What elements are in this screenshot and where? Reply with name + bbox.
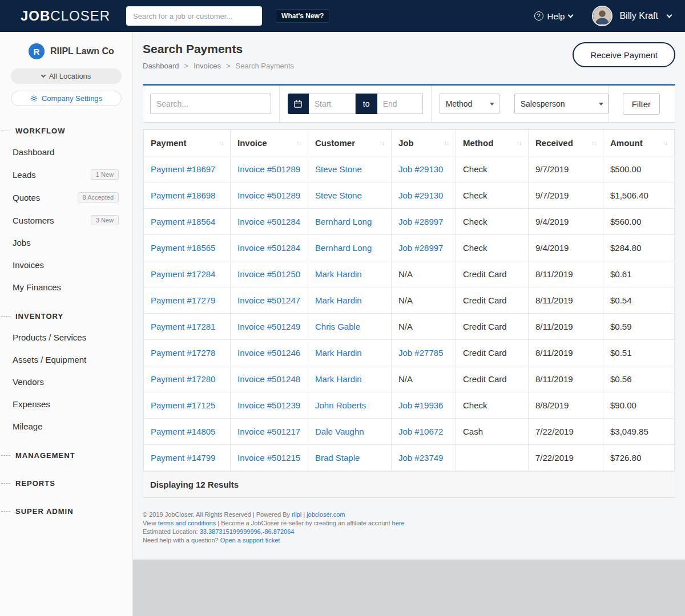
filter-button[interactable]: Filter	[623, 93, 660, 115]
sidebar-section-super-admin[interactable]: SUPER ADMIN	[0, 493, 132, 521]
payment-link[interactable]: Payment #18564	[151, 217, 215, 226]
app-logo[interactable]: JOBCLOSER	[21, 8, 110, 24]
sidebar-item-quotes[interactable]: Quotes8 Accepted	[0, 186, 132, 209]
sidebar-item-dashboard[interactable]: Dashboard	[0, 141, 132, 163]
column-header-received[interactable]: Received↑↓	[529, 130, 603, 156]
column-header-method[interactable]: Method↑↓	[456, 130, 529, 156]
payment-link[interactable]: Payment #17125	[151, 400, 215, 410]
sidebar-item-customers[interactable]: Customers3 New	[0, 209, 132, 232]
breadcrumb-item-invoices[interactable]: Invoices	[194, 62, 221, 70]
sort-icon[interactable]: ↑↓	[663, 140, 667, 146]
terms-link[interactable]: terms and conditions	[158, 520, 216, 526]
affiliate-link[interactable]: here	[392, 520, 405, 526]
invoice-link[interactable]: Invoice #501215	[237, 453, 300, 463]
breadcrumb-item-dashboard[interactable]: Dashboard	[143, 62, 179, 70]
job-link[interactable]: Job #27785	[398, 348, 443, 358]
global-search-input[interactable]	[126, 6, 262, 26]
customer-link[interactable]: Mark Hardin	[315, 374, 362, 384]
invoice-link[interactable]: Invoice #501284	[237, 243, 300, 253]
sidebar-section-management[interactable]: MANAGEMENT	[0, 437, 132, 465]
sort-icon[interactable]: ↑↓	[591, 140, 596, 146]
help-menu[interactable]: ? Help	[534, 11, 573, 21]
sidebar-item-mileage[interactable]: Mileage	[0, 415, 132, 437]
sort-icon[interactable]: ↑↓	[380, 140, 384, 146]
riipl-link[interactable]: riipl	[292, 511, 301, 518]
column-header-customer[interactable]: Customer↑↓	[308, 130, 392, 156]
sidebar-section-reports[interactable]: REPORTS	[0, 465, 132, 493]
customer-link[interactable]: Steve Stone	[315, 164, 362, 174]
sort-icon[interactable]: ↑↓	[296, 140, 301, 146]
invoice-link[interactable]: Invoice #501289	[237, 164, 300, 174]
column-header-job[interactable]: Job↑↓	[392, 130, 456, 156]
job-link[interactable]: Job #23749	[398, 453, 443, 463]
support-ticket-link[interactable]: Open a support ticket	[220, 537, 280, 544]
payment-link[interactable]: Payment #14799	[151, 453, 215, 463]
location-link[interactable]: 33.387315199999996,-86.872064	[200, 528, 295, 535]
method-select[interactable]: Method	[440, 94, 499, 114]
job-link[interactable]: Job #29130	[398, 191, 443, 200]
sidebar-item-products-services[interactable]: Products / Services	[0, 326, 132, 348]
end-date-input[interactable]	[377, 94, 423, 114]
calendar-button[interactable]	[288, 94, 309, 114]
receive-payment-button[interactable]: Receive Payment	[573, 42, 675, 67]
user-avatar[interactable]	[592, 6, 613, 26]
customer-link[interactable]: Mark Hardin	[315, 348, 362, 358]
invoice-link[interactable]: Invoice #501247	[237, 295, 300, 305]
customer-link[interactable]: Bernhard Long	[315, 243, 372, 253]
sidebar-item-my-finances[interactable]: My Finances	[0, 276, 132, 298]
sidebar-item-jobs[interactable]: Jobs	[0, 232, 132, 254]
whats-new-button[interactable]: What's New?	[276, 9, 329, 23]
invoice-link[interactable]: Invoice #501284	[237, 217, 300, 226]
sort-icon[interactable]: ↑↓	[219, 140, 223, 146]
payment-link[interactable]: Payment #18565	[151, 243, 215, 253]
customer-link[interactable]: Steve Stone	[315, 191, 362, 200]
payment-link[interactable]: Payment #18698	[151, 191, 215, 200]
invoice-link[interactable]: Invoice #501239	[237, 400, 300, 410]
sort-icon[interactable]: ↑↓	[444, 140, 449, 146]
sidebar-item-invoices[interactable]: Invoices	[0, 254, 132, 276]
payment-link[interactable]: Payment #17281	[151, 322, 215, 331]
company-settings-button[interactable]: Company Settings	[11, 91, 122, 106]
payments-search-input[interactable]	[150, 94, 271, 114]
invoice-link[interactable]: Invoice #501249	[237, 322, 300, 331]
column-header-payment[interactable]: Payment↑↓	[144, 130, 231, 156]
sidebar-item-expenses[interactable]: Expenses	[0, 393, 132, 415]
payment-link[interactable]: Payment #17278	[151, 348, 215, 358]
invoice-link[interactable]: Invoice #501248	[237, 374, 300, 384]
invoice-link[interactable]: Invoice #501246	[237, 348, 300, 358]
customer-link[interactable]: Mark Hardin	[315, 295, 362, 305]
job-link[interactable]: Job #28997	[398, 243, 443, 253]
sidebar-item-vendors[interactable]: Vendors	[0, 371, 132, 393]
column-header-amount[interactable]: Amount↑↓	[603, 130, 675, 156]
customer-link[interactable]: John Roberts	[315, 400, 366, 410]
sort-icon[interactable]: ↑↓	[517, 140, 521, 146]
payment-link[interactable]: Payment #17280	[151, 374, 215, 384]
payment-link[interactable]: Payment #14805	[151, 427, 215, 436]
customer-link[interactable]: Chris Gable	[315, 322, 360, 331]
job-link[interactable]: Job #10672	[398, 427, 443, 436]
payment-link[interactable]: Payment #17279	[151, 295, 215, 305]
start-date-input[interactable]	[309, 94, 356, 114]
jobcloser-link[interactable]: jobcloser.com	[307, 511, 345, 518]
customer-link[interactable]: Bernhard Long	[315, 217, 372, 226]
sidebar-item-assets-equipment[interactable]: Assets / Equipment	[0, 348, 132, 371]
payment-link[interactable]: Payment #18697	[151, 164, 215, 174]
location-selector[interactable]: All Locations	[11, 68, 122, 84]
job-link[interactable]: Job #19936	[398, 400, 443, 410]
customer-link[interactable]: Mark Hardin	[315, 269, 362, 279]
payment-link[interactable]: Payment #17284	[151, 269, 215, 279]
invoice-link[interactable]: Invoice #501217	[237, 427, 300, 436]
column-header-invoice[interactable]: Invoice↑↓	[231, 130, 308, 156]
sidebar-item-leads[interactable]: Leads1 New	[0, 163, 132, 186]
customer-link[interactable]: Dale Vaughn	[315, 427, 364, 436]
user-menu-chevron-icon[interactable]	[667, 12, 672, 18]
job-link[interactable]: Job #29130	[398, 164, 443, 174]
salesperson-select[interactable]: Salesperson	[514, 94, 609, 114]
user-name[interactable]: Billy Kraft	[619, 11, 658, 21]
sidebar-section-inventory[interactable]: INVENTORY	[0, 298, 132, 326]
customer-link[interactable]: Brad Staple	[315, 453, 360, 463]
job-link[interactable]: Job #28997	[398, 217, 443, 226]
invoice-link[interactable]: Invoice #501250	[237, 269, 300, 279]
invoice-link[interactable]: Invoice #501289	[237, 191, 300, 200]
sidebar-section-workflow[interactable]: WORKFLOW	[0, 113, 132, 141]
